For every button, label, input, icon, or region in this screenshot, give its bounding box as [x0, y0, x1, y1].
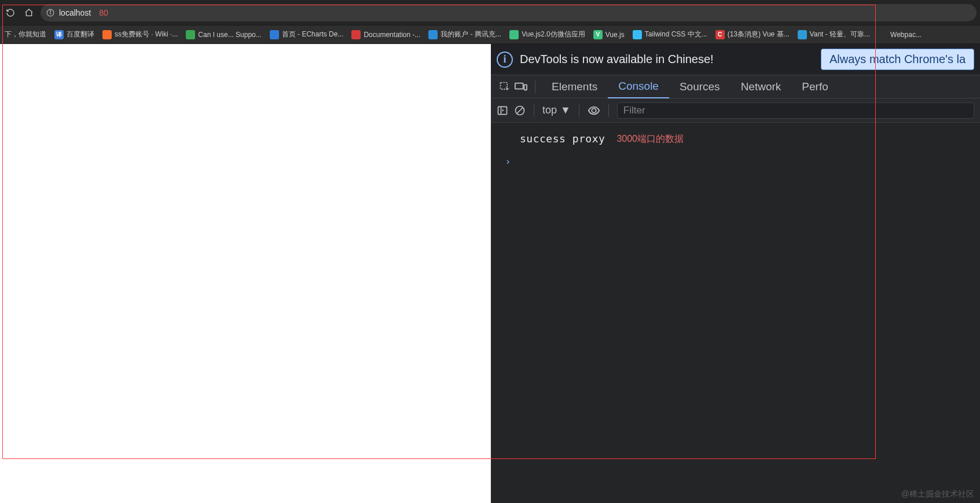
- separator: [534, 104, 534, 117]
- inspect-icon[interactable]: [497, 75, 513, 98]
- devtools-tabbar: Elements Console Sources Network Perfo: [491, 75, 980, 98]
- separator: [608, 104, 609, 117]
- bookmark-item[interactable]: Vue.js2.0仿微信应用: [509, 30, 585, 39]
- bookmark-item[interactable]: C(13条消息) Vue 基...: [715, 30, 790, 39]
- bookmark-item[interactable]: Webpac...: [878, 30, 922, 39]
- address-host: localhost: [59, 8, 91, 17]
- watermark: @稀土掘金技术社区: [901, 489, 974, 500]
- log-message: success proxy: [520, 131, 605, 146]
- favicon-icon: [509, 30, 519, 39]
- favicon-icon: [270, 30, 279, 39]
- chevron-down-icon: ▼: [560, 104, 571, 116]
- console-output: success proxy 3000端口的数据 ›: [491, 123, 980, 503]
- infobar-match-button[interactable]: Always match Chrome's la: [821, 49, 974, 70]
- console-log-line[interactable]: success proxy 3000端口的数据: [499, 128, 972, 153]
- bookmark-item[interactable]: 下，你就知道: [5, 30, 46, 39]
- favicon-icon: 译: [54, 30, 64, 39]
- favicon-icon: [633, 30, 642, 39]
- site-info-icon[interactable]: [46, 9, 54, 17]
- svg-point-10: [592, 108, 596, 112]
- infobar-text: DevTools is now available in Chinese!: [520, 53, 714, 66]
- tab-network[interactable]: Network: [731, 75, 792, 98]
- info-icon: i: [497, 52, 513, 68]
- favicon-icon: C: [715, 30, 725, 39]
- bookmark-item[interactable]: 我的账户 - 腾讯充...: [428, 30, 501, 39]
- favicon-icon: [351, 30, 361, 39]
- devtools-infobar: i DevTools is now available in Chinese! …: [491, 44, 980, 75]
- favicon-icon: [186, 30, 195, 39]
- bookmark-item[interactable]: 首页 - ECharts De...: [270, 30, 344, 39]
- separator: [579, 104, 579, 117]
- address-bar[interactable]: localhost 80: [41, 4, 977, 21]
- console-prompt[interactable]: ›: [499, 153, 972, 169]
- reload-icon[interactable]: [3, 6, 17, 20]
- devtools-panel: i DevTools is now available in Chinese! …: [491, 44, 980, 503]
- svg-point-2: [50, 10, 50, 11]
- bookmark-item[interactable]: Can I use... Suppo...: [186, 30, 261, 39]
- live-expression-icon[interactable]: [588, 105, 600, 116]
- bookmark-item[interactable]: 译百度翻译: [54, 30, 94, 39]
- favicon-icon: [428, 30, 438, 39]
- home-icon[interactable]: [22, 6, 36, 20]
- sidebar-toggle-icon[interactable]: [497, 105, 508, 116]
- tab-performance[interactable]: Perfo: [791, 75, 838, 98]
- favicon-icon: V: [593, 30, 603, 39]
- bookmarks-bar: 下，你就知道 译百度翻译 ss免费账号 · Wiki ·... Can I us…: [0, 25, 980, 44]
- svg-rect-5: [524, 85, 527, 90]
- address-port-annotation: 80: [99, 8, 108, 17]
- svg-rect-3: [501, 82, 508, 89]
- bookmark-item[interactable]: Documentation -...: [351, 30, 420, 39]
- favicon-icon: [102, 30, 112, 39]
- clear-console-icon[interactable]: [514, 105, 526, 116]
- tab-sources[interactable]: Sources: [669, 75, 731, 98]
- bookmark-item[interactable]: Vant - 轻量、可靠...: [798, 30, 870, 39]
- svg-line-9: [517, 108, 523, 113]
- browser-toolbar: localhost 80: [0, 0, 980, 25]
- tab-console[interactable]: Console: [608, 75, 669, 98]
- svg-rect-4: [515, 83, 523, 89]
- page-content: [0, 44, 491, 503]
- bookmark-item[interactable]: VVue.js: [593, 30, 625, 39]
- bookmark-item[interactable]: Tailwind CSS 中文...: [633, 30, 707, 39]
- favicon-icon: [798, 30, 807, 39]
- tab-elements[interactable]: Elements: [541, 75, 608, 98]
- console-toolbar: top ▼: [491, 98, 980, 123]
- chevron-right-icon: ›: [505, 155, 511, 167]
- filter-input[interactable]: [617, 102, 974, 119]
- separator: [535, 80, 535, 93]
- device-toggle-icon[interactable]: [513, 75, 529, 98]
- log-annotation: 3000端口的数据: [616, 132, 684, 146]
- context-selector[interactable]: top ▼: [542, 104, 571, 116]
- bookmark-item[interactable]: ss免费账号 · Wiki ·...: [102, 30, 178, 39]
- favicon-icon: [878, 30, 887, 39]
